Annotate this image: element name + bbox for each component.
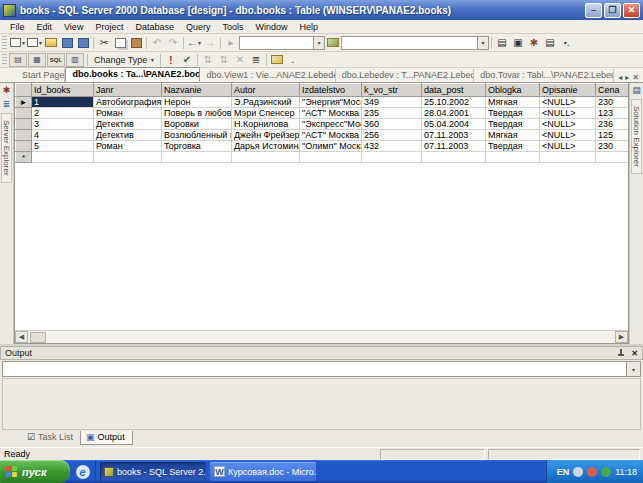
combo-dropdown-icon[interactable]: ▾ <box>313 37 324 49</box>
solution-explorer-icon[interactable]: ▤ <box>494 36 510 50</box>
minimize-button[interactable]: – <box>585 3 602 18</box>
server-explorer-tab[interactable]: Server Explorer <box>1 113 12 183</box>
grid-cell[interactable]: Нерон <box>162 97 232 108</box>
grid-cell[interactable]: <NULL> <box>540 141 596 152</box>
column-header[interactable]: Janr <box>94 84 162 97</box>
grid-cell[interactable]: <NULL> <box>540 97 596 108</box>
grid-cell[interactable]: 4 <box>32 130 94 141</box>
grid-cell[interactable] <box>596 152 629 163</box>
grid-cell[interactable]: Твердая <box>486 108 540 119</box>
grid-cell[interactable]: 125 <box>596 130 629 141</box>
undo-icon[interactable]: ↶ <box>149 36 165 50</box>
grid-cell[interactable]: 360 <box>362 119 422 130</box>
tab-start-page[interactable]: Start Page <box>16 69 65 82</box>
tab-task-list[interactable]: ☑ Task List <box>22 431 80 444</box>
grid-cell[interactable] <box>232 152 300 163</box>
language-indicator[interactable]: EN <box>557 467 570 477</box>
grid-cell[interactable] <box>540 152 596 163</box>
row-selector-new-icon[interactable]: * <box>16 152 32 163</box>
menu-window[interactable]: Window <box>249 21 293 33</box>
grid-cell[interactable]: Роман <box>94 141 162 152</box>
grid-cell[interactable]: "АСТ" Москва <box>300 108 362 119</box>
group-by-icon[interactable]: ≣ <box>248 53 264 67</box>
grid-cell[interactable]: Детектив <box>94 130 162 141</box>
cut-icon[interactable]: ✂ <box>96 36 112 50</box>
antivirus-icon[interactable] <box>587 467 597 477</box>
grid-cell[interactable]: Мэри Спенсер <box>232 108 300 119</box>
grid-cell[interactable]: 05.04.2004 <box>422 119 486 130</box>
grid-cell[interactable] <box>94 152 162 163</box>
volume-icon[interactable] <box>573 467 583 477</box>
horizontal-scrollbar[interactable]: ◀ ▶ <box>15 330 628 343</box>
run-query-icon[interactable]: ! <box>163 53 179 67</box>
toolbar-grip[interactable] <box>2 54 7 65</box>
grid-cell[interactable]: 236 <box>596 119 629 130</box>
grid-cell[interactable] <box>422 152 486 163</box>
grid-cell[interactable]: 230 <box>596 141 629 152</box>
row-selector[interactable] <box>16 141 32 152</box>
grid-cell[interactable]: Роман <box>94 108 162 119</box>
restore-button[interactable]: ❐ <box>604 3 621 18</box>
tab-output[interactable]: ▣ Output <box>80 431 133 445</box>
verify-sql-icon[interactable]: ✔ <box>179 53 195 67</box>
paste-icon[interactable] <box>128 36 144 50</box>
menu-project[interactable]: Project <box>89 21 129 33</box>
grid-cell[interactable] <box>32 152 94 163</box>
menu-file[interactable]: File <box>4 21 31 33</box>
output-source-combobox[interactable]: ▾ <box>2 361 641 377</box>
scroll-left-icon[interactable]: ◀ <box>15 331 28 343</box>
grid-cell[interactable]: 230 <box>596 97 629 108</box>
change-type-button[interactable]: Change Type ▾ <box>90 53 158 67</box>
tab-dbo-lebedev[interactable]: dbo.Lebedev : T...PANAE2.Lebedev) <box>336 69 474 82</box>
find-icon[interactable] <box>325 36 341 50</box>
internet-explorer-icon[interactable]: e <box>76 465 90 479</box>
grid-cell[interactable]: 07.11.2003 <box>422 130 486 141</box>
add-table-icon[interactable] <box>269 53 285 67</box>
column-header[interactable]: Izdatelstvo <box>300 84 362 97</box>
grid-cell[interactable]: Автобиография <box>94 97 162 108</box>
grid-cell[interactable]: "АСТ" Москва <box>300 130 362 141</box>
grid-cell[interactable]: <NULL> <box>540 119 596 130</box>
column-header[interactable]: Nazvanie <box>162 84 232 97</box>
tab-dbo-books[interactable]: dbo.books : Ta...\PANAE2.books) <box>65 67 200 82</box>
grid-cell[interactable]: Твердая <box>486 119 540 130</box>
solution-explorer-icon[interactable]: ▤ <box>632 85 641 95</box>
grid-cell[interactable]: "Олимп" Москва <box>300 141 362 152</box>
grid-cell[interactable]: Н.Корнилова <box>232 119 300 130</box>
grid-cell[interactable]: 256 <box>362 130 422 141</box>
grid-cell[interactable]: <NULL> <box>540 108 596 119</box>
column-header[interactable]: k_vo_str <box>362 84 422 97</box>
start-button[interactable]: пуск <box>0 460 70 483</box>
row-selector[interactable] <box>16 130 32 141</box>
menu-query[interactable]: Query <box>180 21 217 33</box>
sort-ascending-icon[interactable]: ⇅ <box>200 53 216 67</box>
grid-cell[interactable] <box>162 152 232 163</box>
class-view-icon[interactable]: ▤ <box>542 36 558 50</box>
solution-explorer-tab[interactable]: Solution Explorer <box>631 99 642 174</box>
copy-icon[interactable] <box>112 36 128 50</box>
open-file-icon[interactable] <box>43 36 59 50</box>
close-button[interactable]: ✕ <box>623 3 640 18</box>
grid-cell[interactable]: Твердая <box>486 141 540 152</box>
grid-cell[interactable] <box>486 152 540 163</box>
grid-cell[interactable]: 432 <box>362 141 422 152</box>
select-all-corner[interactable] <box>16 84 32 97</box>
toolbar-grip[interactable] <box>2 36 7 49</box>
play-icon[interactable]: ▸ <box>223 36 239 50</box>
results-pane-icon[interactable]: ▥ <box>66 53 84 67</box>
diagram-pane-icon[interactable]: ▤ <box>9 53 27 67</box>
grid-cell[interactable]: Мягкая <box>486 97 540 108</box>
navigate-forward-icon[interactable]: → <box>202 36 218 50</box>
column-header[interactable]: Cena <box>596 84 629 97</box>
grid-cell[interactable]: 07.11.2003 <box>422 141 486 152</box>
redo-icon[interactable]: ↷ <box>165 36 181 50</box>
menu-tools[interactable]: Tools <box>216 21 249 33</box>
column-header[interactable]: Opisanie <box>540 84 596 97</box>
grid-cell[interactable]: Мягкая <box>486 130 540 141</box>
grid-cell[interactable]: 349 <box>362 97 422 108</box>
row-selector[interactable] <box>16 108 32 119</box>
tab-dbo-view1[interactable]: dbo.View1 : Vie...ANAE2.Lebedev)* <box>200 69 335 82</box>
new-project-icon[interactable]: ▾ <box>9 36 26 50</box>
toolbar-options-icon[interactable]: . <box>285 53 301 67</box>
remove-filter-icon[interactable]: ✕ <box>232 53 248 67</box>
